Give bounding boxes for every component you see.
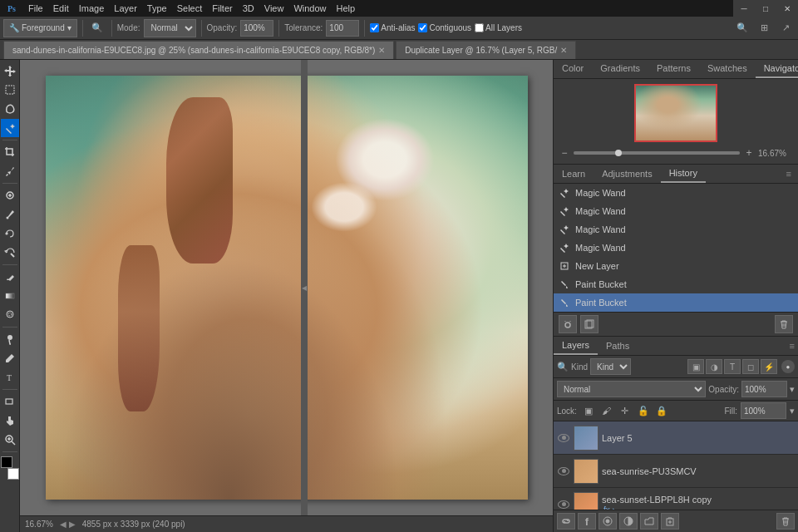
dodge-tool[interactable] (1, 330, 19, 348)
search-right-icon[interactable]: 🔍 (733, 19, 751, 37)
blend-mode-select[interactable]: Normal (557, 381, 706, 397)
tab-layers[interactable]: Layers (554, 337, 598, 355)
hand-tool[interactable] (1, 411, 19, 430)
menu-image[interactable]: Image (74, 2, 110, 15)
tab-gradients[interactable]: Gradients (592, 60, 648, 78)
layer-2-visibility[interactable] (557, 465, 570, 478)
tab-history[interactable]: History (661, 165, 706, 183)
healing-tool[interactable] (1, 186, 19, 204)
zoom-in-btn[interactable]: + (743, 147, 755, 159)
lasso-tool[interactable] (1, 100, 19, 118)
zoom-tool[interactable] (1, 431, 19, 449)
tab-2-close[interactable]: ✕ (560, 46, 567, 55)
layers-menu-btn[interactable]: ≡ (790, 341, 798, 351)
shape-tool[interactable] (1, 392, 19, 411)
menu-view[interactable]: View (259, 2, 289, 15)
filter-select[interactable]: Kind (590, 358, 631, 375)
brush-tool[interactable] (1, 205, 19, 224)
tab-color[interactable]: Color (554, 60, 592, 78)
delete-history-btn[interactable] (775, 315, 793, 333)
add-style-btn[interactable]: f (578, 513, 596, 530)
menu-select[interactable]: Select (172, 2, 208, 15)
lock-all-btn[interactable]: 🔒 (653, 403, 670, 418)
menu-file[interactable]: File (23, 2, 48, 15)
filter-pixel-btn[interactable]: ▣ (687, 359, 704, 374)
mode-select[interactable]: Normal (144, 19, 196, 37)
maximize-button[interactable]: □ (755, 0, 776, 17)
contiguous-check[interactable]: Contiguous (418, 23, 471, 32)
filter-type-btn[interactable]: T (724, 359, 741, 374)
layer-item-1[interactable]: Layer 5 (554, 421, 798, 455)
history-menu-btn[interactable]: ≡ (783, 169, 795, 179)
filter-shape-btn[interactable]: ◻ (742, 359, 759, 374)
right-collapse-handle[interactable]: ◀ (301, 60, 308, 515)
foreground-color[interactable] (1, 456, 12, 468)
menu-help[interactable]: Help (332, 2, 361, 15)
history-item-4[interactable]: Magic Wand (554, 239, 798, 257)
history-item-2[interactable]: Magic Wand (554, 202, 798, 220)
history-item-5[interactable]: New Layer (554, 257, 798, 275)
layer-item-2[interactable]: sea-sunrise-PU3SMCV (554, 455, 798, 488)
eraser-tool[interactable] (1, 268, 19, 286)
menu-window[interactable]: Window (288, 2, 331, 15)
tolerance-input[interactable] (326, 20, 359, 37)
opacity-arrow[interactable]: ▾ (790, 384, 795, 395)
menu-3d[interactable]: 3D (238, 2, 259, 15)
anti-alias-check[interactable]: Anti-alias (370, 23, 415, 32)
new-fill-adj-btn[interactable] (619, 513, 638, 530)
minimize-button[interactable]: ─ (733, 0, 755, 17)
tab-2[interactable]: Duplicate Layer @ 16.7% (Layer 5, RGB/ ✕ (396, 41, 576, 59)
background-color[interactable] (7, 468, 19, 480)
history-item-7[interactable]: Paint Bucket (554, 293, 798, 312)
new-snapshot-btn[interactable] (559, 315, 577, 333)
clone-tool[interactable] (1, 224, 19, 243)
search-icon[interactable]: 🔍 (88, 19, 106, 37)
fill-input[interactable] (741, 402, 786, 419)
tool-preset-btn[interactable]: 🔧 Foreground ▾ (3, 19, 77, 37)
new-layer-btn[interactable] (661, 513, 679, 530)
filter-toggle-btn[interactable]: ● (781, 360, 795, 373)
menu-edit[interactable]: Edit (48, 2, 74, 15)
all-layers-check[interactable]: All Layers (475, 23, 522, 32)
close-button[interactable]: ✕ (776, 0, 798, 17)
history-item-6[interactable]: Paint Bucket (554, 275, 798, 293)
new-doc-from-state-btn[interactable] (580, 315, 598, 333)
layer-3-visibility[interactable] (557, 498, 570, 510)
opacity-input[interactable] (741, 381, 787, 397)
marquee-tool[interactable] (1, 81, 19, 99)
tab-swatches[interactable]: Swatches (699, 60, 756, 78)
lock-transparent-btn[interactable]: ▣ (580, 403, 597, 418)
pen-tool[interactable] (1, 349, 19, 367)
share-icon[interactable]: ↗ (776, 19, 795, 37)
tab-patterns[interactable]: Patterns (648, 60, 699, 78)
text-tool[interactable]: T (1, 368, 19, 387)
eyedropper-tool[interactable] (1, 162, 19, 180)
arrange-icon[interactable]: ⊞ (755, 19, 773, 37)
tab-paths[interactable]: Paths (598, 337, 638, 354)
gradient-tool[interactable] (1, 287, 19, 305)
menu-filter[interactable]: Filter (207, 2, 237, 15)
history-item-1[interactable]: Magic Wand (554, 184, 798, 202)
lock-artboard-btn[interactable]: 🔓 (635, 403, 652, 418)
fill-arrow[interactable]: ▾ (790, 406, 795, 416)
zoom-slider[interactable] (574, 151, 740, 155)
blur-tool[interactable] (1, 306, 19, 324)
navigator-preview[interactable] (634, 84, 717, 142)
layer-item-3[interactable]: sea-sunset-LBPPL8H copy fx › (554, 488, 798, 510)
tab-learn[interactable]: Learn (554, 165, 594, 182)
tab-1-close[interactable]: ✕ (378, 46, 385, 55)
move-tool[interactable] (1, 62, 19, 80)
canvas-scroll[interactable] (20, 60, 553, 515)
lock-position-btn[interactable]: ✛ (617, 403, 633, 418)
color-swatches[interactable] (1, 456, 19, 480)
magic-wand-tool[interactable] (1, 119, 19, 137)
opacity-input[interactable] (240, 20, 273, 37)
history-brush-tool[interactable] (1, 244, 19, 262)
menu-type[interactable]: Type (142, 2, 172, 15)
menu-layer[interactable]: Layer (109, 2, 142, 15)
history-item-3[interactable]: Magic Wand (554, 220, 798, 239)
filter-adj-btn[interactable]: ◑ (706, 359, 722, 374)
lock-image-btn[interactable]: 🖌 (598, 403, 615, 418)
tab-1[interactable]: sand-dunes-in-california-E9UCEC8.jpg @ 2… (3, 41, 394, 59)
crop-tool[interactable] (1, 143, 19, 161)
